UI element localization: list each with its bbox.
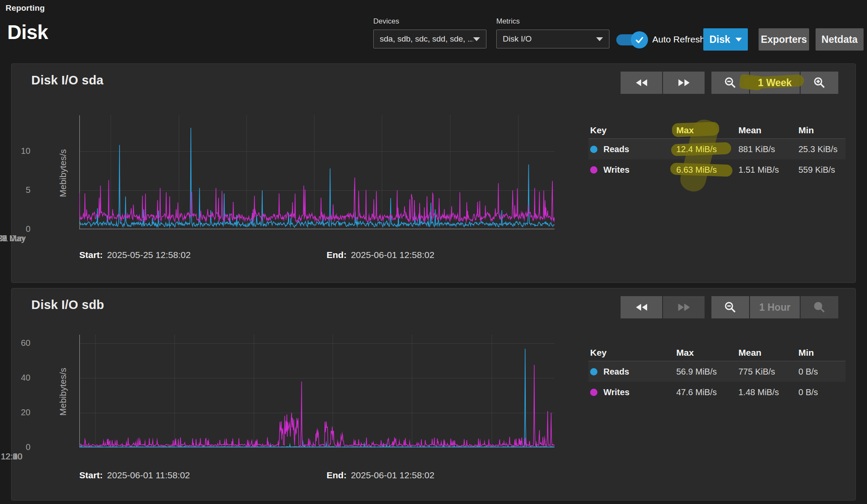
auto-refresh-toggle[interactable] bbox=[616, 34, 647, 45]
legend-header-key: Key bbox=[590, 348, 607, 358]
chevron-down-icon bbox=[473, 37, 480, 41]
start-value: 2025-06-01 11:58:02 bbox=[107, 470, 190, 480]
start-value: 2025-05-25 12:58:02 bbox=[107, 250, 191, 260]
fast-forward-icon bbox=[678, 303, 690, 312]
disk-button-label: Disk bbox=[709, 34, 730, 45]
y-tick-label: 0 bbox=[12, 224, 30, 234]
rewind-icon bbox=[635, 78, 648, 87]
pan-button-group bbox=[621, 72, 705, 94]
end-label: End: bbox=[327, 470, 347, 480]
end-value: 2025-06-01 12:58:02 bbox=[351, 250, 435, 260]
netdata-button[interactable]: Netdata bbox=[816, 28, 864, 51]
chevron-down-icon bbox=[735, 38, 742, 42]
legend-header-max: Max bbox=[676, 125, 738, 135]
pan-button-group bbox=[621, 296, 705, 318]
panel-disk-io-sda: Disk I/O sda bbox=[11, 63, 856, 283]
devices-select[interactable]: sda, sdb, sdc, sdd, sde, ... bbox=[373, 30, 486, 48]
auto-refresh-control: Auto Refresh bbox=[616, 31, 705, 45]
legend-header-min: Min bbox=[798, 348, 814, 357]
legend-header-key: Key bbox=[590, 125, 607, 135]
end-timestamp: End:2025-06-01 12:58:02 bbox=[327, 470, 435, 480]
rewind-icon bbox=[635, 303, 648, 312]
reads-series-dot bbox=[590, 368, 597, 375]
reads-min: 25.3 KiB/s bbox=[798, 144, 837, 154]
end-value: 2025-06-01 12:58:02 bbox=[351, 470, 435, 480]
y-axis-label: Mebibytes/s bbox=[58, 368, 68, 416]
chart-controls: 1 Week bbox=[621, 72, 838, 94]
start-timestamp: Start:2025-06-01 11:58:02 bbox=[79, 470, 190, 480]
writes-mean: 1.48 MiB/s bbox=[738, 387, 779, 397]
zoom-in-button[interactable] bbox=[801, 72, 838, 94]
reads-max: 12.4 MiB/s bbox=[676, 144, 738, 154]
time-range-display: 1 Week bbox=[750, 72, 800, 94]
disk-dropdown-button[interactable]: Disk bbox=[703, 28, 748, 51]
y-tick-label: 60 bbox=[12, 338, 30, 348]
pan-back-button[interactable] bbox=[621, 296, 662, 318]
chart-controls: 1 Hour bbox=[621, 296, 838, 318]
start-label: Start: bbox=[79, 250, 103, 260]
writes-max: 47.6 MiB/s bbox=[676, 387, 717, 397]
pan-back-button[interactable] bbox=[621, 72, 662, 94]
reads-label: Reads bbox=[603, 367, 629, 377]
devices-select-value: sda, sdb, sdc, sdd, sde, ... bbox=[380, 34, 473, 44]
metrics-select[interactable]: Disk I/O bbox=[496, 30, 609, 48]
x-tick-label: 12:50 bbox=[1, 452, 22, 462]
disk-io-sdb-chart[interactable] bbox=[79, 335, 555, 447]
devices-label: Devices bbox=[373, 17, 486, 26]
time-range-label: 1 Hour bbox=[759, 302, 791, 313]
reads-mean: 775 KiB/s bbox=[738, 367, 775, 376]
breadcrumb[interactable]: Reporting bbox=[6, 3, 45, 13]
legend-header-min: Min bbox=[798, 125, 814, 135]
reads-mean: 881 KiB/s bbox=[738, 144, 775, 154]
writes-label: Writes bbox=[603, 387, 630, 397]
toggle-knob-check-icon bbox=[631, 31, 648, 48]
legend-row-writes: Writes 47.6 MiB/s 1.48 MiB/s 0 B/s bbox=[588, 382, 846, 402]
exporters-button[interactable]: Exporters bbox=[759, 28, 809, 51]
reads-label: Reads bbox=[603, 144, 629, 154]
legend-row-writes: Writes 6.63 MiB/s 1.51 MiB/s 559 KiB/s bbox=[588, 159, 846, 180]
devices-field: Devices sda, sdb, sdc, sdd, sde, ... bbox=[373, 17, 486, 48]
legend-header-row: Key Max Mean Min bbox=[588, 122, 846, 139]
zoom-in-icon bbox=[813, 77, 825, 89]
pan-forward-button[interactable] bbox=[663, 296, 705, 318]
metrics-field: Metrics Disk I/O bbox=[496, 17, 609, 48]
chevron-down-icon bbox=[596, 37, 603, 41]
fast-forward-icon bbox=[678, 78, 690, 87]
time-range-display: 1 Hour bbox=[750, 296, 800, 318]
y-tick-label: 10 bbox=[12, 146, 30, 156]
metrics-select-value: Disk I/O bbox=[503, 34, 596, 44]
zoom-out-button[interactable] bbox=[711, 72, 749, 94]
writes-min: 0 B/s bbox=[798, 387, 818, 397]
page-title: Disk bbox=[7, 21, 48, 44]
writes-label: Writes bbox=[603, 165, 630, 175]
reads-min: 0 B/s bbox=[798, 367, 818, 376]
zoom-in-button[interactable] bbox=[801, 296, 838, 318]
time-range-label: 1 Week bbox=[758, 77, 792, 89]
y-axis-label: Mebibytes/s bbox=[58, 149, 68, 197]
panel-title: Disk I/O sdb bbox=[31, 298, 104, 312]
legend-header-row: Key Max Mean Min bbox=[588, 344, 846, 361]
writes-series-dot bbox=[590, 389, 597, 396]
end-label: End: bbox=[327, 250, 347, 260]
writes-series-dot bbox=[590, 166, 597, 174]
zoom-button-group: 1 Week bbox=[711, 72, 838, 94]
zoom-out-button[interactable] bbox=[711, 296, 749, 318]
x-tick-label: 01 Jun bbox=[0, 234, 24, 243]
y-tick-label: 20 bbox=[12, 408, 30, 417]
legend-header-mean: Mean bbox=[738, 348, 762, 357]
zoom-in-icon bbox=[813, 301, 825, 313]
panel-title: Disk I/O sda bbox=[31, 73, 103, 87]
pan-forward-button[interactable] bbox=[663, 72, 705, 94]
y-tick-label: 5 bbox=[12, 185, 30, 195]
disk-io-sda-chart[interactable] bbox=[79, 115, 555, 229]
writes-mean: 1.51 MiB/s bbox=[738, 165, 779, 174]
start-label: Start: bbox=[79, 470, 103, 480]
legend-table: Key Max Mean Min Reads 12.4 MiB/s 881 Ki… bbox=[588, 122, 846, 180]
start-timestamp: Start:2025-05-25 12:58:02 bbox=[79, 250, 191, 260]
writes-max: 6.63 MiB/s bbox=[676, 165, 738, 175]
panel-disk-io-sdb: Disk I/O sdb bbox=[11, 288, 856, 501]
reporting-page: Reporting Disk Devices sda, sdb, sdc, sd… bbox=[0, 0, 867, 504]
zoom-button-group: 1 Hour bbox=[711, 296, 838, 318]
legend-header-mean: Mean bbox=[738, 125, 762, 135]
reads-max: 56.9 MiB/s bbox=[676, 367, 717, 376]
